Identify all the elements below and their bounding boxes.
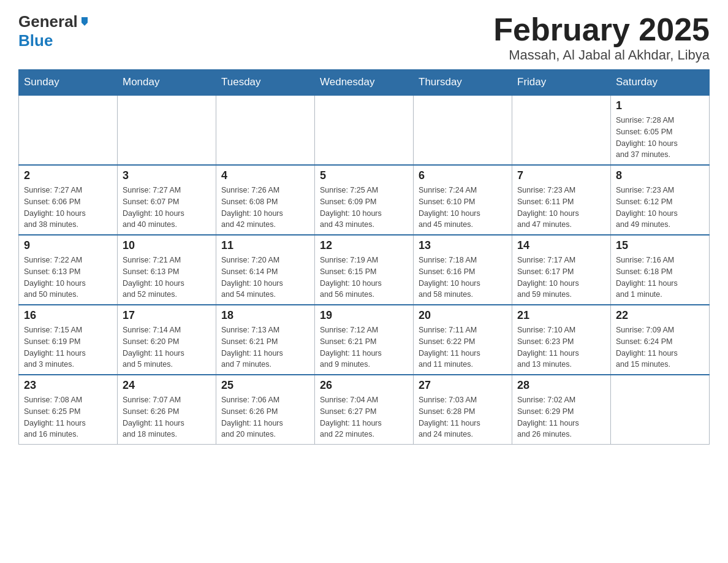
day-cell <box>19 95 118 165</box>
day-info: Sunrise: 7:09 AMSunset: 6:24 PMDaylight:… <box>616 324 704 370</box>
day-cell: 23Sunrise: 7:08 AMSunset: 6:25 PMDayligh… <box>19 375 118 445</box>
logo-blue-text: Blue <box>18 31 53 50</box>
day-number: 19 <box>320 309 408 322</box>
day-number: 28 <box>517 379 605 392</box>
day-cell: 3Sunrise: 7:27 AMSunset: 6:07 PMDaylight… <box>118 165 216 235</box>
day-info: Sunrise: 7:12 AMSunset: 6:21 PMDaylight:… <box>320 324 408 370</box>
day-cell: 25Sunrise: 7:06 AMSunset: 6:26 PMDayligh… <box>216 375 315 445</box>
day-number: 10 <box>123 239 211 252</box>
day-info: Sunrise: 7:03 AMSunset: 6:28 PMDaylight:… <box>419 394 507 440</box>
day-cell: 8Sunrise: 7:23 AMSunset: 6:12 PMDaylight… <box>611 165 710 235</box>
day-number: 8 <box>616 169 704 182</box>
day-number: 15 <box>616 239 704 252</box>
day-cell: 12Sunrise: 7:19 AMSunset: 6:15 PMDayligh… <box>315 235 414 305</box>
day-cell: 11Sunrise: 7:20 AMSunset: 6:14 PMDayligh… <box>216 235 315 305</box>
svg-marker-0 <box>82 17 88 26</box>
day-info: Sunrise: 7:17 AMSunset: 6:17 PMDaylight:… <box>517 255 605 301</box>
calendar-subtitle: Massah, Al Jabal al Akhdar, Libya <box>493 47 710 63</box>
day-info: Sunrise: 7:24 AMSunset: 6:10 PMDaylight:… <box>419 185 507 231</box>
day-cell: 16Sunrise: 7:15 AMSunset: 6:19 PMDayligh… <box>19 305 118 375</box>
day-cell: 4Sunrise: 7:26 AMSunset: 6:08 PMDaylight… <box>216 165 315 235</box>
day-info: Sunrise: 7:23 AMSunset: 6:11 PMDaylight:… <box>517 185 605 231</box>
day-info: Sunrise: 7:14 AMSunset: 6:20 PMDaylight:… <box>123 324 211 370</box>
day-info: Sunrise: 7:08 AMSunset: 6:25 PMDaylight:… <box>24 394 112 440</box>
day-info: Sunrise: 7:21 AMSunset: 6:13 PMDaylight:… <box>123 255 211 301</box>
weekday-header-thursday: Thursday <box>414 70 512 96</box>
day-cell: 7Sunrise: 7:23 AMSunset: 6:11 PMDaylight… <box>512 165 611 235</box>
day-cell: 27Sunrise: 7:03 AMSunset: 6:28 PMDayligh… <box>414 375 512 445</box>
logo: General Blue <box>18 12 90 50</box>
week-row-2: 2Sunrise: 7:27 AMSunset: 6:06 PMDaylight… <box>19 165 710 235</box>
day-cell: 9Sunrise: 7:22 AMSunset: 6:13 PMDaylight… <box>19 235 118 305</box>
day-number: 21 <box>517 309 605 322</box>
day-number: 4 <box>221 169 309 182</box>
day-cell: 17Sunrise: 7:14 AMSunset: 6:20 PMDayligh… <box>118 305 216 375</box>
day-number: 2 <box>24 169 112 182</box>
day-cell: 10Sunrise: 7:21 AMSunset: 6:13 PMDayligh… <box>118 235 216 305</box>
day-number: 17 <box>123 309 211 322</box>
day-info: Sunrise: 7:23 AMSunset: 6:12 PMDaylight:… <box>616 185 704 231</box>
day-number: 20 <box>419 309 507 322</box>
day-number: 7 <box>517 169 605 182</box>
header: General Blue February 2025 Massah, Al Ja… <box>18 12 710 63</box>
day-cell <box>611 375 710 445</box>
weekday-header-row: SundayMondayTuesdayWednesdayThursdayFrid… <box>19 70 710 96</box>
day-cell: 5Sunrise: 7:25 AMSunset: 6:09 PMDaylight… <box>315 165 414 235</box>
day-cell: 24Sunrise: 7:07 AMSunset: 6:26 PMDayligh… <box>118 375 216 445</box>
day-cell: 6Sunrise: 7:24 AMSunset: 6:10 PMDaylight… <box>414 165 512 235</box>
day-number: 3 <box>123 169 211 182</box>
day-cell: 1Sunrise: 7:28 AMSunset: 6:05 PMDaylight… <box>611 95 710 165</box>
week-row-5: 23Sunrise: 7:08 AMSunset: 6:25 PMDayligh… <box>19 375 710 445</box>
day-cell <box>315 95 414 165</box>
day-info: Sunrise: 7:22 AMSunset: 6:13 PMDaylight:… <box>24 255 112 301</box>
day-info: Sunrise: 7:20 AMSunset: 6:14 PMDaylight:… <box>221 255 309 301</box>
day-info: Sunrise: 7:06 AMSunset: 6:26 PMDaylight:… <box>221 394 309 440</box>
day-info: Sunrise: 7:02 AMSunset: 6:29 PMDaylight:… <box>517 394 605 440</box>
day-info: Sunrise: 7:26 AMSunset: 6:08 PMDaylight:… <box>221 185 309 231</box>
day-number: 13 <box>419 239 507 252</box>
day-info: Sunrise: 7:15 AMSunset: 6:19 PMDaylight:… <box>24 324 112 370</box>
day-number: 9 <box>24 239 112 252</box>
day-cell: 15Sunrise: 7:16 AMSunset: 6:18 PMDayligh… <box>611 235 710 305</box>
day-number: 14 <box>517 239 605 252</box>
day-info: Sunrise: 7:27 AMSunset: 6:06 PMDaylight:… <box>24 185 112 231</box>
day-cell <box>118 95 216 165</box>
day-info: Sunrise: 7:13 AMSunset: 6:21 PMDaylight:… <box>221 324 309 370</box>
day-number: 26 <box>320 379 408 392</box>
day-number: 22 <box>616 309 704 322</box>
logo-general-text: General <box>18 12 78 31</box>
day-number: 25 <box>221 379 309 392</box>
day-cell: 13Sunrise: 7:18 AMSunset: 6:16 PMDayligh… <box>414 235 512 305</box>
week-row-3: 9Sunrise: 7:22 AMSunset: 6:13 PMDaylight… <box>19 235 710 305</box>
day-number: 1 <box>616 99 704 112</box>
day-cell: 21Sunrise: 7:10 AMSunset: 6:23 PMDayligh… <box>512 305 611 375</box>
calendar-table: SundayMondayTuesdayWednesdayThursdayFrid… <box>18 69 710 445</box>
weekday-header-friday: Friday <box>512 70 611 96</box>
day-cell: 14Sunrise: 7:17 AMSunset: 6:17 PMDayligh… <box>512 235 611 305</box>
weekday-header-wednesday: Wednesday <box>315 70 414 96</box>
day-cell: 22Sunrise: 7:09 AMSunset: 6:24 PMDayligh… <box>611 305 710 375</box>
weekday-header-monday: Monday <box>118 70 216 96</box>
day-info: Sunrise: 7:25 AMSunset: 6:09 PMDaylight:… <box>320 185 408 231</box>
day-cell <box>216 95 315 165</box>
day-info: Sunrise: 7:10 AMSunset: 6:23 PMDaylight:… <box>517 324 605 370</box>
title-block: February 2025 Massah, Al Jabal al Akhdar… <box>493 12 710 63</box>
logo-arrow-icon <box>79 16 90 27</box>
day-info: Sunrise: 7:18 AMSunset: 6:16 PMDaylight:… <box>419 255 507 301</box>
day-number: 16 <box>24 309 112 322</box>
day-info: Sunrise: 7:19 AMSunset: 6:15 PMDaylight:… <box>320 255 408 301</box>
weekday-header-sunday: Sunday <box>19 70 118 96</box>
day-number: 27 <box>419 379 507 392</box>
day-info: Sunrise: 7:07 AMSunset: 6:26 PMDaylight:… <box>123 394 211 440</box>
day-number: 11 <box>221 239 309 252</box>
day-number: 5 <box>320 169 408 182</box>
day-cell: 28Sunrise: 7:02 AMSunset: 6:29 PMDayligh… <box>512 375 611 445</box>
week-row-1: 1Sunrise: 7:28 AMSunset: 6:05 PMDaylight… <box>19 95 710 165</box>
day-info: Sunrise: 7:04 AMSunset: 6:27 PMDaylight:… <box>320 394 408 440</box>
day-number: 12 <box>320 239 408 252</box>
day-cell: 19Sunrise: 7:12 AMSunset: 6:21 PMDayligh… <box>315 305 414 375</box>
day-number: 23 <box>24 379 112 392</box>
day-cell <box>512 95 611 165</box>
calendar-title: February 2025 <box>493 12 710 47</box>
day-cell: 18Sunrise: 7:13 AMSunset: 6:21 PMDayligh… <box>216 305 315 375</box>
